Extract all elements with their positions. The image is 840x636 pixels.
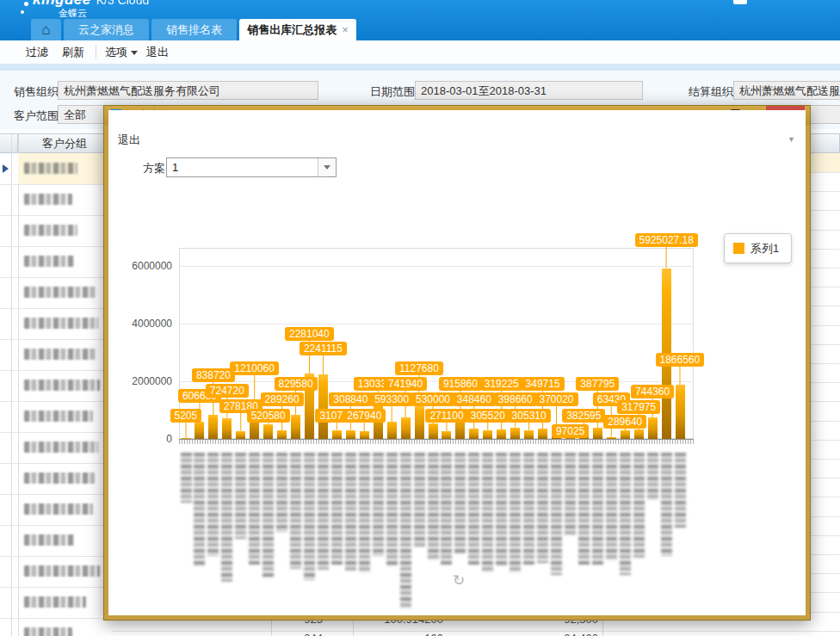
list-item[interactable]	[18, 339, 112, 370]
redacted-text	[24, 225, 77, 236]
redacted-text	[24, 472, 95, 484]
list-item[interactable]	[18, 184, 112, 215]
x-axis-label-redacted	[414, 453, 425, 547]
bar	[429, 423, 438, 439]
list-item[interactable]	[18, 618, 112, 636]
list-item[interactable]	[18, 556, 112, 587]
list-item[interactable]	[18, 153, 112, 184]
x-axis-label-redacted	[454, 453, 466, 554]
bar	[469, 429, 479, 439]
bar-chart: 0200000040000006000000520560668083872072…	[108, 151, 806, 615]
redacted-text	[24, 318, 98, 329]
report-toolbar: 过滤 刷新 选项 退出	[0, 40, 840, 65]
x-axis-label-redacted	[510, 453, 521, 573]
bar-value-label: 1866560	[656, 353, 705, 367]
bar	[263, 424, 273, 439]
bar	[332, 430, 342, 439]
x-axis-label-redacted	[537, 453, 548, 563]
x-axis-label-redacted	[565, 453, 576, 535]
menu-overflow-icon[interactable]: ▼	[788, 136, 795, 144]
bar	[483, 430, 492, 439]
options-button[interactable]: 选项	[105, 45, 138, 60]
redacted-text	[24, 380, 100, 391]
list-item[interactable]	[18, 401, 112, 432]
x-axis-label-redacted	[262, 453, 274, 577]
bar	[648, 417, 658, 439]
chart-dialog: 图表查询 – ❒ ✕ 退出 ▼ 方案 1 0200000040000006000…	[103, 105, 811, 621]
y-axis-tick-label: 2000000	[120, 375, 172, 387]
list-item[interactable]	[18, 308, 112, 339]
bar	[182, 438, 191, 439]
x-axis-label-redacted	[345, 453, 356, 571]
sales-org-label: 销售组织	[14, 84, 59, 100]
redacted-text	[24, 287, 96, 298]
app-window: { "header": {"logo_kingdee": "kingdee", …	[0, 0, 840, 636]
x-axis-label-redacted	[249, 453, 260, 565]
x-axis-label-redacted	[578, 453, 590, 565]
current-row-marker-icon	[3, 164, 9, 173]
bar-value-label: 289260	[261, 392, 304, 406]
exit-button[interactable]: 退出	[146, 45, 169, 60]
dialog-exit-button[interactable]: 退出	[118, 133, 140, 148]
list-item[interactable]	[18, 587, 112, 618]
y-axis-tick-label: 4000000	[120, 318, 172, 330]
list-item[interactable]	[18, 432, 112, 463]
bar-value-label: 267940	[343, 409, 386, 423]
x-axis-label-redacted	[441, 453, 452, 565]
bar-value-label: 593300	[370, 392, 413, 406]
x-axis-label-redacted	[468, 453, 479, 565]
tab-home[interactable]: ⌂	[31, 19, 61, 40]
sidebar-header-gutter	[0, 133, 18, 153]
bar	[442, 431, 451, 439]
filter-button[interactable]: 过滤	[26, 45, 48, 60]
x-axis-label-redacted	[373, 453, 384, 556]
bar-value-label: 1127680	[395, 361, 443, 375]
date-range-field[interactable]: 2018-03-01至2018-03-31	[415, 81, 643, 100]
bar-value-label: 744360	[631, 385, 674, 398]
bar	[415, 406, 424, 439]
bar	[593, 428, 602, 439]
x-axis-label-redacted	[304, 453, 315, 580]
list-item[interactable]	[18, 246, 112, 277]
bar	[195, 422, 204, 439]
bar	[291, 415, 300, 439]
bar	[236, 431, 245, 439]
field-fragment[interactable]	[809, 105, 840, 124]
sales-org-field[interactable]: 杭州萧燃燃气配送服务有限公司	[58, 81, 318, 100]
bar	[360, 431, 369, 439]
redacted-text	[24, 565, 100, 577]
redacted-text	[24, 256, 74, 267]
tab-close-icon[interactable]: ×	[342, 23, 349, 36]
refresh-icon[interactable]: ↻	[453, 571, 465, 590]
bar	[346, 430, 355, 439]
tab-sales-ranking[interactable]: 销售排名表	[151, 19, 237, 40]
redacted-text	[24, 411, 93, 422]
bar-value-label: 5205	[170, 409, 202, 423]
list-item[interactable]	[18, 463, 112, 494]
x-axis-label-redacted	[620, 453, 631, 575]
sidebar-gutter-line	[11, 133, 12, 636]
x-axis-label-redacted	[633, 453, 645, 558]
date-range-label: 日期范围	[370, 84, 415, 100]
legend-swatch-icon	[733, 243, 744, 254]
bar-value-label: 289640	[603, 415, 646, 429]
x-axis-label-redacted	[661, 453, 672, 556]
x-axis-label-redacted	[386, 453, 398, 566]
x-axis-label-redacted	[359, 453, 370, 573]
x-axis-label-redacted	[221, 453, 232, 582]
x-axis-label-redacted	[428, 453, 439, 560]
refresh-button[interactable]: 刷新	[62, 45, 84, 60]
tab-sales-outbound-report[interactable]: 销售出库汇总报表 ×	[239, 19, 356, 40]
list-item[interactable]	[18, 370, 112, 401]
list-item[interactable]	[18, 525, 112, 556]
list-item[interactable]	[18, 215, 112, 246]
bar-value-label: 349715	[522, 377, 565, 391]
sidebar-header: 客户分组	[18, 133, 112, 153]
bar-value-label: 305310	[508, 409, 551, 423]
dialog-menubar: 退出 ▼	[108, 129, 806, 151]
list-item[interactable]	[18, 494, 112, 525]
list-item[interactable]	[18, 277, 112, 308]
bar	[401, 417, 411, 439]
tab-yunzhijia[interactable]: 云之家消息	[64, 19, 149, 40]
settle-org-field[interactable]: 杭州萧燃燃气配送服务	[733, 81, 840, 100]
